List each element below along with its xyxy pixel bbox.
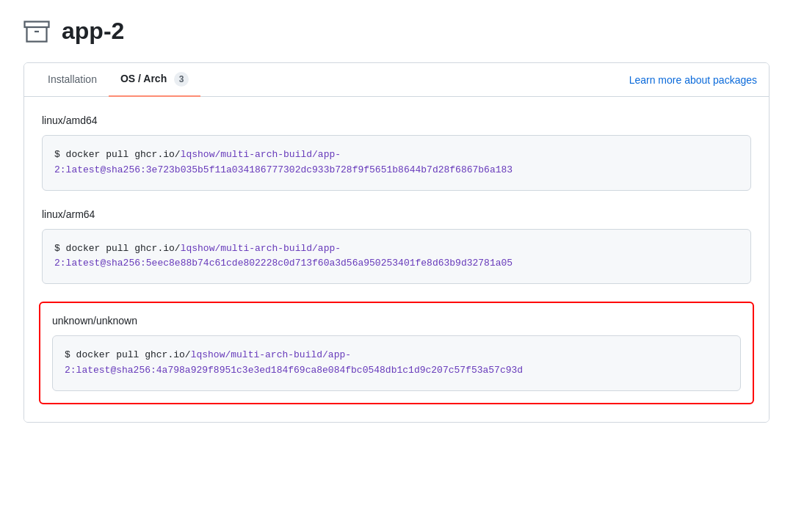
command-prefix-2: $ docker pull ghcr.io/ bbox=[65, 349, 191, 360]
command-box-linux-amd64: $ docker pull ghcr.io/lqshow/multi-arch-… bbox=[42, 135, 751, 191]
command-prefix-0: $ docker pull ghcr.io/ bbox=[54, 149, 181, 160]
tab-content: linux/amd64 $ docker pull ghcr.io/lqshow… bbox=[24, 97, 769, 422]
arch-label-unknown-unknown: unknown/unknown bbox=[52, 315, 741, 327]
tab-installation[interactable]: Installation bbox=[36, 65, 109, 95]
command-box-linux-arm64: $ docker pull ghcr.io/lqshow/multi-arch-… bbox=[42, 229, 751, 285]
tab-os-arch[interactable]: OS / Arch 3 bbox=[109, 63, 200, 97]
tabs-bar: Installation OS / Arch 3 Learn more abou… bbox=[24, 63, 769, 97]
tabs-left: Installation OS / Arch 3 bbox=[36, 63, 200, 96]
arch-label-linux-arm64: linux/arm64 bbox=[42, 208, 751, 220]
command-prefix-1: $ docker pull ghcr.io/ bbox=[54, 243, 181, 254]
tab-badge-os-arch: 3 bbox=[174, 72, 189, 87]
page-header: app-2 bbox=[23, 18, 770, 45]
package-icon bbox=[23, 18, 50, 45]
main-card: Installation OS / Arch 3 Learn more abou… bbox=[23, 62, 770, 423]
arch-label-linux-amd64: linux/amd64 bbox=[42, 114, 751, 126]
arch-section-linux-arm64: linux/arm64 $ docker pull ghcr.io/lqshow… bbox=[42, 208, 751, 285]
command-box-unknown-unknown: $ docker pull ghcr.io/lqshow/multi-arch-… bbox=[52, 335, 741, 391]
page-title: app-2 bbox=[62, 18, 124, 45]
learn-more-link[interactable]: Learn more about packages bbox=[629, 74, 757, 86]
arch-section-linux-amd64: linux/amd64 $ docker pull ghcr.io/lqshow… bbox=[42, 114, 751, 191]
arch-section-unknown-unknown: unknown/unknown $ docker pull ghcr.io/lq… bbox=[39, 302, 754, 404]
svg-rect-0 bbox=[25, 21, 49, 27]
